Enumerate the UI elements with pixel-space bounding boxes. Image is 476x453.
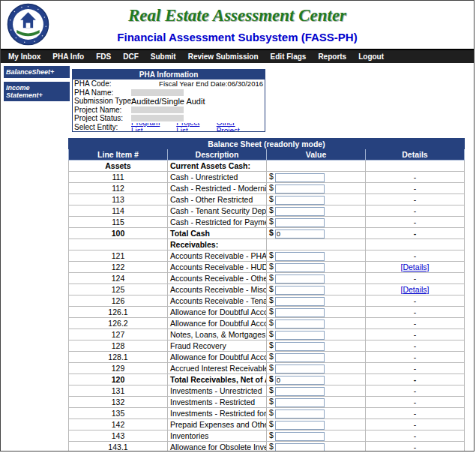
nav-item-fds[interactable]: FDS [90, 52, 117, 61]
table-column-headers: Line Item #DescriptionValueDetails [69, 149, 465, 160]
column-header-line-item: Line Item # [69, 149, 168, 160]
line-item-description: Investments - Unrestricted [168, 386, 267, 397]
value-input[interactable] [275, 342, 325, 351]
value-input[interactable] [275, 252, 325, 261]
value-cell: $ [267, 374, 366, 386]
details-cell: - [366, 442, 465, 452]
nav-item-edit-flags[interactable]: Edit Flags [265, 52, 313, 61]
value-cell: $ [267, 307, 366, 318]
value-input[interactable] [275, 320, 325, 328]
nav-item-pha-info[interactable]: PHA Info [46, 52, 90, 61]
nav-item-dcf[interactable]: DCF [117, 52, 145, 61]
sidebar-item-balancesheet[interactable]: BalanceSheet+ [4, 66, 70, 78]
value-input[interactable] [275, 297, 325, 306]
line-item-number: 127 [69, 329, 168, 340]
value-cell: $ [267, 262, 366, 273]
value-input[interactable] [275, 398, 325, 407]
line-item-number: 126 [69, 296, 168, 307]
value-input[interactable] [275, 308, 325, 317]
pha-row-label: PHA Code: [74, 80, 131, 88]
pha-row-label: Select Entity: [74, 123, 131, 131]
line-item-number: 143 [69, 430, 168, 442]
table-row: 126Accounts Receivable - Tenants$- [69, 296, 465, 307]
line-item-description: Cash - Restricted for Payment of Current… [168, 217, 267, 228]
table-row: 126.2Allowance for Doubtful Accounts - O… [69, 318, 465, 329]
nav-item-submit[interactable]: Submit [145, 52, 182, 61]
line-item-number: 114 [69, 206, 168, 217]
value-input[interactable] [275, 432, 325, 441]
sidebar: BalanceSheet+Income Statement+ [4, 66, 70, 105]
line-item-number: 112 [69, 183, 168, 194]
currency-symbol: $ [269, 340, 274, 350]
value-input[interactable] [275, 230, 325, 238]
value-input[interactable] [275, 173, 325, 182]
currency-symbol: $ [269, 273, 274, 282]
line-item-description: Inventories [168, 430, 267, 442]
table-row: AssetsCurrent Assets Cash: [69, 160, 465, 172]
value-input[interactable] [275, 184, 325, 194]
currency-symbol: $ [269, 250, 274, 260]
currency-symbol: $ [269, 318, 274, 327]
pha-info-title: PHA Information [73, 70, 265, 80]
line-item-number: 124 [69, 273, 168, 284]
pha-link-project-list[interactable]: Project List [176, 123, 211, 132]
details-cell: - [366, 228, 465, 239]
table-row: 142Prepaid Expenses and Other Assets$- [69, 419, 465, 430]
line-item-description: Accrued Interest Receivable [168, 363, 267, 374]
details-cell: - [366, 430, 465, 442]
details-cell: - [366, 217, 465, 228]
line-item-description: Cash - Unrestricted [168, 172, 267, 183]
value-input[interactable] [275, 218, 325, 227]
pha-link-program-list[interactable]: Program List [131, 123, 171, 132]
value-input[interactable] [275, 387, 325, 396]
value-input[interactable] [275, 196, 325, 205]
value-input[interactable] [275, 263, 325, 272]
nav-item-review-submission[interactable]: Review Submission [182, 52, 265, 61]
currency-symbol: $ [269, 217, 274, 226]
value-input[interactable] [275, 274, 325, 284]
table-row: 143.1Allowance for Obsolete Inventories$… [69, 442, 465, 452]
table-body: AssetsCurrent Assets Cash:111Cash - Unre… [69, 160, 465, 452]
table-row: 112Cash - Restricted - Modernization and… [69, 183, 465, 194]
table-row: 113Cash - Other Restricted$- [69, 194, 465, 206]
value-input[interactable] [275, 443, 325, 452]
line-item-description: Accounts Receivable - Other Government [168, 273, 267, 284]
pha-link-other-project[interactable]: Other Project [217, 123, 258, 132]
value-input[interactable] [275, 353, 325, 362]
nav-item-my-inbox[interactable]: My Inbox [2, 52, 46, 61]
currency-symbol: $ [269, 296, 274, 304]
value-input[interactable] [275, 207, 325, 216]
table-row: 111Cash - Unrestricted$- [69, 172, 465, 183]
table-row: 126.1Allowance for Doubtful Accounts -Te… [69, 307, 465, 318]
value-input[interactable] [275, 421, 325, 430]
pha-readonly-field [131, 115, 184, 122]
table-row: Receivables: [69, 239, 465, 250]
line-item-description: Total Cash [168, 228, 267, 239]
nav-bar: My InboxPHA InfoFDSDCFSubmitReview Submi… [1, 49, 474, 63]
details-cell: - [366, 183, 465, 194]
line-item-description: Allowance for Doubtful Accounts - Fraud [168, 352, 267, 363]
pha-info-row-select-entity: Select Entity:Program ListProject ListOt… [73, 123, 265, 132]
value-cell [267, 239, 366, 250]
value-input[interactable] [275, 376, 325, 385]
details-link[interactable]: [Details] [401, 262, 430, 272]
details-cell [366, 160, 465, 172]
column-header-value: Value [267, 149, 366, 160]
currency-symbol: $ [269, 386, 274, 394]
value-input[interactable] [275, 410, 325, 418]
content-area: BalanceSheet+Income Statement+ PHA Infor… [1, 63, 474, 452]
line-item-number: 142 [69, 419, 168, 430]
sidebar-item-income-statement[interactable]: Income Statement+ [4, 82, 70, 101]
nav-item-logout[interactable]: Logout [352, 52, 390, 61]
details-cell: - [366, 206, 465, 217]
table-row: 114Cash - Tenant Security Deposits$- [69, 206, 465, 217]
value-input[interactable] [275, 331, 325, 340]
currency-symbol: $ [269, 228, 274, 237]
table-row: 131Investments - Unrestricted$- [69, 386, 465, 397]
nav-item-reports[interactable]: Reports [312, 52, 352, 61]
value-input[interactable] [275, 364, 325, 374]
line-item-number: 126.1 [69, 307, 168, 318]
details-link[interactable]: [Details] [401, 285, 430, 294]
table-row: 120Total Receivables, Net of Allowances … [69, 374, 465, 386]
value-input[interactable] [275, 286, 325, 295]
